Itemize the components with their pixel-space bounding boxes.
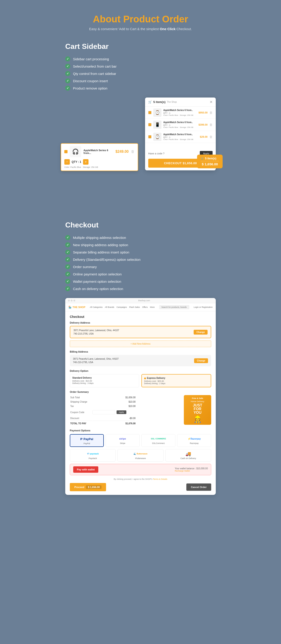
mockup-nav: 🏪 THE SHOP All Categories All Brands Cam… (65, 303, 216, 311)
billing-label: Billing Address (70, 350, 211, 353)
cart-item-checkbox[interactable] (148, 123, 151, 126)
cod-option[interactable]: 🚚 Cash on Delivery (165, 449, 211, 462)
window-controls (68, 300, 75, 302)
list-item: ✓ Delivery (Standard/Express) option sel… (65, 257, 216, 262)
terms-row: By clicking proceed, I agree to the SHOP… (70, 478, 211, 480)
delivery-address-block: 3971 Peaceful Lane, Lakewood, Ohio, 4410… (70, 326, 211, 338)
floating-cart-badge[interactable]: 🛒 5 item(s) $ 1,656.00 (197, 154, 223, 168)
coupon-code-input[interactable] (92, 410, 115, 414)
order-summary-label: Order Summary (70, 390, 211, 393)
just-for-you-banner: Free & Sale Home Delivery JUST FOR YOU 👷 (184, 395, 211, 425)
list-item: ✓ Multiple shipping address selection (65, 235, 216, 240)
cart-item-checkbox[interactable] (148, 135, 151, 138)
flutterwave-option[interactable]: 🌊 flutterwave Flutterwave (117, 449, 163, 462)
stripe-logo: stripe (107, 436, 138, 441)
list-item: ✓ Discount coupon insert (65, 78, 216, 83)
check-icon: ✓ (65, 250, 70, 255)
standard-delivery-option[interactable]: Standard Delivery Delivery cost : $10.00… (70, 374, 139, 387)
mockup-topbar: theshop.com (65, 298, 216, 303)
cart-sidebar-features: ✓ Sidebar cart processing ✓ Select/unsel… (65, 56, 216, 91)
order-summary-table-container: Sub Total $1,656.00 Shipping Charge $10.… (70, 395, 180, 426)
check-icon: ✓ (65, 78, 70, 83)
proceed-button[interactable]: Proceed $ 1,656.00 (70, 483, 106, 491)
paystack-logo: 💎 paystack (71, 451, 114, 456)
flutterwave-logo: 🌊 flutterwave (119, 451, 162, 456)
billing-section: Billing Address 3971 Peaceful Lane, Lake… (70, 350, 211, 366)
terms-link[interactable]: Terms & Details (153, 478, 167, 480)
check-icon: ✓ (65, 279, 70, 284)
razorpay-option[interactable]: ⚡Razorpay Razorpay (177, 434, 211, 447)
delete-icon[interactable]: 🗑 (209, 111, 213, 114)
check-icon: ✓ (65, 56, 70, 62)
wallet-payment-row: Pay with wallet Your wallet balance : $1… (70, 464, 211, 475)
cart-item: ⌚ AppleWatch Series 6 from.. QTY : 1 Col… (145, 107, 216, 119)
delete-icon[interactable]: 🗑 (209, 135, 213, 138)
change-address-button[interactable]: Change (194, 330, 208, 334)
cart-item-expanded-popup: 🎧 AppleWatch Series 6 from... $249.00 🗑 … (61, 143, 138, 171)
stripe-option[interactable]: stripe Stripe (106, 434, 140, 447)
delete-icon[interactable]: 🗑 (209, 123, 213, 126)
list-item: ✓ Cash on delivery option selection (65, 286, 216, 291)
paypal-option[interactable]: 𝗣 PayPal PayPal (70, 434, 104, 447)
list-item: ✓ Wallet payment option selection (65, 279, 216, 284)
sslcommerz-option[interactable]: SSL COMMERZ SSLCommerz (141, 434, 175, 447)
list-item: ✓ New shipping address adding option (65, 242, 216, 247)
cart-icon: 🛒 (148, 100, 152, 104)
list-item: ✓ Sidebar cart processing (65, 56, 216, 62)
list-item: ✓ Select/unselect from cart bar (65, 64, 216, 69)
add-address-button[interactable]: + Add New Address (70, 340, 211, 347)
product-image: ⌚ (153, 133, 162, 141)
list-item: ✓ Product remove option (65, 86, 216, 91)
expanded-item-top: 🎧 AppleWatch Series 6 from... $249.00 🗑 (64, 146, 135, 157)
change-billing-button[interactable]: Change (194, 358, 208, 363)
pay-wallet-button[interactable]: Pay with wallet (73, 466, 98, 473)
payment-methods-row2: 💎 paystack Paystack 🌊 flutterwave Flutte… (70, 449, 211, 462)
qty-decrease-button[interactable]: − (64, 159, 70, 165)
cart-item-info: AppleWatch Series 6 from.. QTY : 1 Color… (163, 121, 197, 128)
shop-icon: 🏪 (68, 306, 72, 309)
dot-red (68, 300, 70, 302)
cancel-order-button[interactable]: Cancel Order (186, 484, 211, 491)
recharge-wallet-link[interactable]: Recharge Wallet (175, 470, 208, 472)
expanded-delete-icon[interactable]: 🗑 (131, 150, 135, 154)
check-icon: ✓ (65, 64, 70, 69)
delivery-option-label: Delivery Option (70, 370, 211, 372)
product-image: 📱 (153, 120, 162, 129)
billing-address-block: 3971 Peaceful Lane, Lakewood, Ohio, 4410… (70, 355, 211, 366)
sslcommerz-logo: SSL COMMERZ (143, 436, 174, 441)
apply-coupon-small-button[interactable]: Apply (117, 410, 126, 414)
check-icon: ✓ (65, 272, 70, 276)
page-title: About Product Order (65, 14, 216, 25)
check-icon: ✓ (65, 71, 70, 76)
active-indicator (144, 378, 146, 379)
expanded-product-name: AppleWatch Series 6 from... (83, 149, 113, 154)
paystack-option[interactable]: 💎 paystack Paystack (70, 449, 116, 462)
cart-item-info: AppleWatch Series 6 from.. QTY : 1 Color… (163, 133, 198, 140)
billing-address-text: 3971 Peaceful Lane, Lakewood, Ohio, 4410… (73, 357, 119, 364)
qty-increase-button[interactable]: + (83, 159, 88, 165)
cart-icon: 🛒 (201, 157, 204, 160)
cart-item: ⌚ AppleWatch Series 6 from.. QTY : 1 Col… (145, 131, 216, 143)
checkout-section: Checkout ✓ Multiple shipping address sel… (65, 221, 216, 495)
cart-item-checkbox[interactable] (148, 111, 151, 114)
cart-title: 🛒 5 item(s) The Shop (148, 100, 177, 104)
cart-sidebar-title: Cart Sidebar (65, 42, 216, 51)
payment-methods-grid: 𝗣 PayPal PayPal stripe Stripe SSL COMMER… (70, 434, 211, 447)
payment-options-title: Payment Options (70, 429, 211, 432)
expanded-checkbox[interactable] (64, 150, 67, 153)
cart-sidebar-mockup: 🛒 5 item(s) The Shop ✕ ⌚ AppleWatch Seri… (65, 98, 216, 207)
expanded-product-image: 🎧 (70, 146, 81, 157)
delivery-address-label: Delivery Address (70, 321, 211, 324)
page-header: About Product Order Easy & convenient 'A… (65, 14, 216, 31)
page-subtitle: Easy & convenient 'Add to Cart & the sim… (65, 27, 216, 31)
expanded-product-meta: Color: Pacific Blue Storage: 256 GB (64, 166, 135, 168)
cart-close-icon[interactable]: ✕ (210, 100, 213, 104)
checkout-mockup: theshop.com 🏪 THE SHOP All Categories Al… (65, 298, 216, 495)
cart-item-info: AppleWatch Series 6 from.. QTY : 1 Color… (163, 109, 197, 116)
list-item: ✓ Separate billing address insert option (65, 250, 216, 255)
cart-item: 📱 AppleWatch Series 6 from.. QTY : 1 Col… (145, 119, 216, 131)
mockup-body: Checkout Delivery Address 3971 Peaceful … (65, 311, 216, 495)
nav-search-input[interactable] (159, 305, 189, 309)
product-image: ⌚ (153, 108, 162, 117)
express-delivery-option[interactable]: Express Delivery Delivery cost : $25.00 … (141, 374, 211, 387)
